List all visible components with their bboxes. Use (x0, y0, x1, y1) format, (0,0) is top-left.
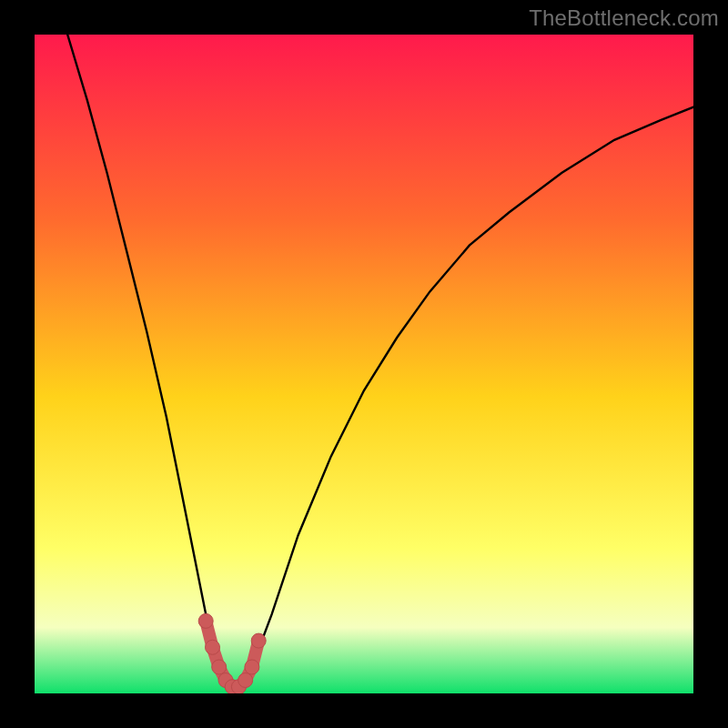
optimal-marker (245, 660, 259, 674)
optimal-marker (206, 640, 220, 654)
optimal-marker (238, 673, 253, 688)
chart-svg (35, 35, 693, 693)
optimal-marker (198, 613, 213, 628)
watermark-text: TheBottleneck.com (529, 5, 719, 31)
outer-frame: TheBottleneck.com (0, 0, 728, 728)
optimal-marker (251, 633, 266, 648)
plot-area (35, 35, 693, 693)
gradient-background (35, 35, 693, 693)
optimal-marker (212, 660, 227, 674)
